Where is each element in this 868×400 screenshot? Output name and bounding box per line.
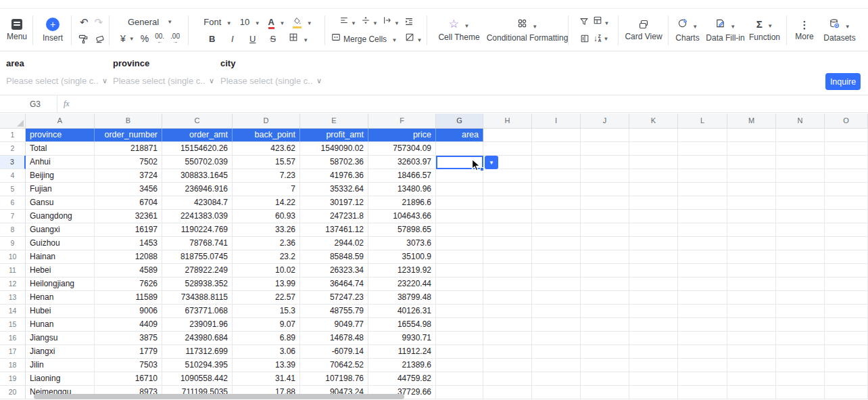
row-number-9[interactable]: 9 (0, 237, 26, 250)
cell[interactable]: Hubei (26, 305, 95, 318)
cell[interactable] (532, 142, 581, 156)
cell[interactable]: 510294.395 (162, 359, 233, 372)
header-cell-area[interactable]: area (436, 129, 483, 142)
cell[interactable]: Hebei (26, 264, 95, 277)
cell[interactable] (825, 223, 868, 237)
cell[interactable]: 9930.71 (368, 332, 436, 345)
cell[interactable] (483, 129, 532, 142)
cell[interactable] (483, 291, 532, 305)
cell[interactable]: 528938.352 (162, 277, 233, 291)
cell[interactable]: 57898.65 (368, 223, 436, 237)
insert-button[interactable]: + Insert (36, 9, 70, 51)
cell[interactable] (581, 372, 629, 386)
cell[interactable]: 48755.79 (300, 305, 368, 318)
row-number-4[interactable]: 4 (0, 169, 26, 183)
column-header-K[interactable]: K (629, 114, 678, 129)
cell[interactable] (581, 142, 629, 156)
cell[interactable]: 13.99 (233, 277, 300, 291)
cell[interactable] (629, 129, 678, 142)
cell[interactable]: 673771.068 (162, 305, 233, 318)
cell[interactable] (483, 386, 532, 399)
cell[interactable] (825, 210, 868, 223)
column-header-A[interactable]: A (26, 114, 95, 129)
cell[interactable]: Jiangxi (26, 345, 95, 359)
cell[interactable] (436, 196, 483, 210)
cell[interactable]: 26323.34 (300, 264, 368, 277)
cell[interactable] (532, 345, 581, 359)
cell[interactable] (436, 223, 483, 237)
freeze-panes-icon[interactable] (580, 34, 589, 43)
cell[interactable] (581, 345, 629, 359)
select-all-corner[interactable] (0, 114, 26, 129)
cell[interactable]: 41976.36 (300, 169, 368, 183)
cell[interactable] (776, 332, 825, 345)
cell[interactable] (629, 156, 678, 169)
cell[interactable]: 40126.31 (368, 305, 436, 318)
cell[interactable] (581, 129, 629, 142)
cell[interactable]: 3875 (95, 332, 162, 345)
cell[interactable]: Henan (26, 291, 95, 305)
filter-icon[interactable] (579, 17, 589, 26)
cell[interactable] (776, 305, 825, 318)
cell[interactable]: Hunan (26, 318, 95, 332)
column-header-G[interactable]: G (436, 114, 483, 129)
cell[interactable] (825, 318, 868, 332)
cell[interactable] (727, 386, 776, 399)
cell[interactable] (581, 237, 629, 250)
column-header-B[interactable]: B (95, 114, 162, 129)
underline-button[interactable]: U (248, 34, 258, 44)
cell[interactable]: 85848.59 (300, 250, 368, 264)
cell-dropdown-button[interactable]: ▼ (485, 156, 498, 169)
cell[interactable] (483, 264, 532, 277)
cell[interactable] (678, 210, 727, 223)
cell[interactable]: 3073.6 (368, 237, 436, 250)
cell[interactable]: 1090558.442 (162, 372, 233, 386)
cell[interactable] (678, 386, 727, 399)
cell[interactable] (581, 264, 629, 277)
cell[interactable] (825, 169, 868, 183)
cell[interactable]: -6079.14 (300, 345, 368, 359)
cell[interactable] (436, 345, 483, 359)
cell[interactable]: Guangdong (26, 210, 95, 223)
cell[interactable] (483, 210, 532, 223)
cell[interactable]: 137461.12 (300, 223, 368, 237)
filter-province-select[interactable]: Please select (single c... ∨ (113, 76, 214, 86)
cell[interactable] (483, 332, 532, 345)
cell[interactable]: 308833.1645 (162, 169, 233, 183)
cell[interactable] (776, 264, 825, 277)
cell[interactable] (483, 359, 532, 372)
cell[interactable] (532, 156, 581, 169)
cell[interactable] (629, 237, 678, 250)
cell[interactable] (825, 277, 868, 291)
cell[interactable]: 9006 (95, 305, 162, 318)
bold-button[interactable]: B (208, 34, 217, 44)
header-cell-price[interactable]: price (368, 129, 436, 142)
cell[interactable]: 13.39 (233, 359, 300, 372)
cell[interactable] (678, 156, 727, 169)
cell[interactable] (436, 142, 483, 156)
cell[interactable] (532, 264, 581, 277)
column-header-L[interactable]: L (678, 114, 727, 129)
cell[interactable]: 15.3 (233, 305, 300, 318)
cell[interactable] (678, 237, 727, 250)
cell[interactable] (483, 169, 532, 183)
cell[interactable]: Anhui (26, 156, 95, 169)
currency-icon[interactable]: ¥ (120, 34, 126, 44)
borders-button[interactable]: ▼ (289, 32, 308, 45)
row-number-16[interactable]: 16 (0, 332, 26, 345)
cell[interactable] (678, 277, 727, 291)
row-number-12[interactable]: 12 (0, 277, 26, 291)
header-cell-profit_amt[interactable]: profit_amt (300, 129, 368, 142)
cell[interactable]: 21896.6 (368, 196, 436, 210)
cell[interactable] (629, 291, 678, 305)
cell[interactable] (678, 196, 727, 210)
cell[interactable]: 15.57 (233, 156, 300, 169)
cell[interactable] (727, 318, 776, 332)
cell[interactable] (825, 291, 868, 305)
cell[interactable] (532, 359, 581, 372)
cell[interactable] (825, 264, 868, 277)
cell[interactable] (483, 277, 532, 291)
header-cell-back_point[interactable]: back_point (233, 129, 300, 142)
cell[interactable] (629, 183, 678, 196)
cell[interactable] (825, 359, 868, 372)
